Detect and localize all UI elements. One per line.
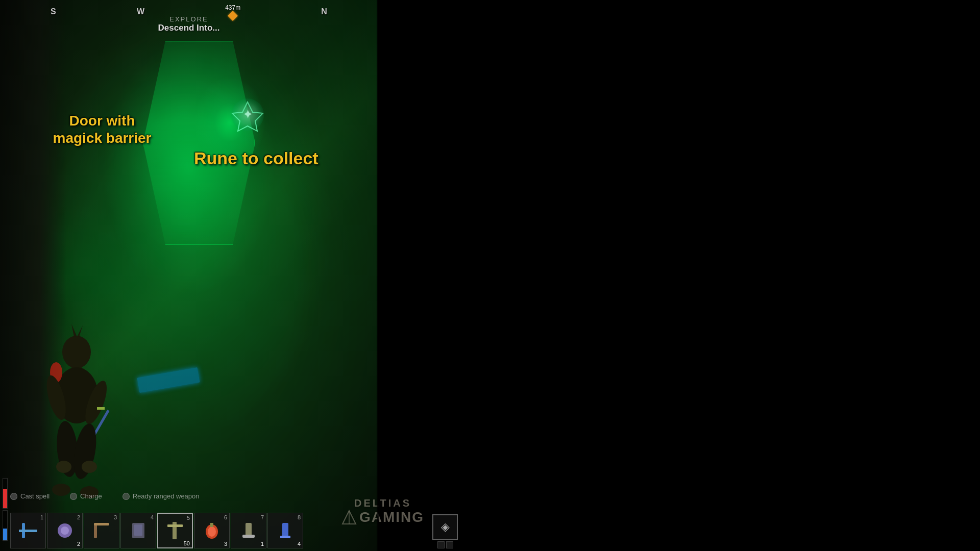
hotbar-slot-7-left[interactable]: 7 1 [231, 513, 266, 548]
hotbar-slot-2-left[interactable]: 2 2 [47, 513, 83, 548]
stat-bars-left [3, 478, 8, 541]
door-annotation: Door with magick barrier [46, 112, 158, 146]
hotbar-slots-left: 1 2 2 3 4 5 50 6 3 [10, 513, 303, 548]
svg-text:✦: ✦ [243, 108, 252, 121]
svg-rect-33 [242, 535, 255, 538]
svg-point-30 [208, 527, 216, 537]
descend-label: Descend Into... [112, 23, 265, 33]
svg-rect-35 [280, 536, 290, 538]
center-hud: ◈ [432, 514, 458, 548]
svg-point-15 [56, 461, 71, 473]
svg-rect-12 [97, 407, 105, 410]
svg-point-3 [62, 336, 91, 368]
rune-annotation: Rune to collect [194, 148, 318, 169]
mini-icon-1 [437, 541, 445, 548]
character-left [26, 321, 128, 500]
svg-point-22 [61, 527, 69, 535]
sp-fill-left [3, 529, 7, 540]
hotbar-slot-6-left[interactable]: 6 3 [194, 513, 230, 548]
explore-label: EXPLORE [112, 15, 265, 23]
svg-marker-5 [78, 325, 83, 337]
hotbar-slot-5-left[interactable]: 5 50 [157, 513, 193, 548]
hotbar-slot-3-left[interactable]: 3 [84, 513, 119, 548]
watermark-line1: DELTIAS [306, 497, 459, 509]
hp-bar-left [3, 478, 8, 509]
mini-icon-2 [446, 541, 453, 548]
objective-area: EXPLORE Descend Into... [112, 15, 265, 33]
compass-dir-s-left: S [51, 7, 56, 16]
watermark-logo-icon [341, 510, 357, 525]
center-icon: ◈ [432, 514, 458, 540]
svg-marker-4 [71, 324, 77, 337]
panel-left: ✦ [0, 0, 378, 551]
panel-divider [377, 0, 379, 551]
svg-rect-24 [94, 523, 109, 525]
svg-rect-31 [210, 523, 213, 527]
hotbar-slot-1-left[interactable]: 1 [10, 513, 46, 548]
svg-rect-26 [134, 524, 142, 536]
hp-fill-left [3, 489, 7, 508]
rune-collect-icon: ✦ [230, 97, 265, 133]
hotbar-slot-8-left[interactable]: 8 4 [267, 513, 303, 548]
hotbar-slot-4-left[interactable]: 4 [120, 513, 156, 548]
hotbar-left: 1 2 2 3 4 5 50 6 3 [3, 478, 303, 548]
svg-rect-32 [246, 523, 252, 536]
sp-bar-left [3, 510, 8, 541]
svg-point-16 [82, 461, 97, 473]
svg-rect-20 [19, 530, 37, 532]
compass-dir-n-left: N [321, 7, 327, 16]
svg-rect-28 [167, 524, 183, 527]
compass-distance-left: 437m [225, 4, 240, 11]
center-icon-bottom [437, 541, 453, 548]
weapon-on-ground [137, 367, 200, 393]
svg-rect-34 [282, 523, 288, 537]
watermark-line2: GAMING [359, 509, 424, 525]
